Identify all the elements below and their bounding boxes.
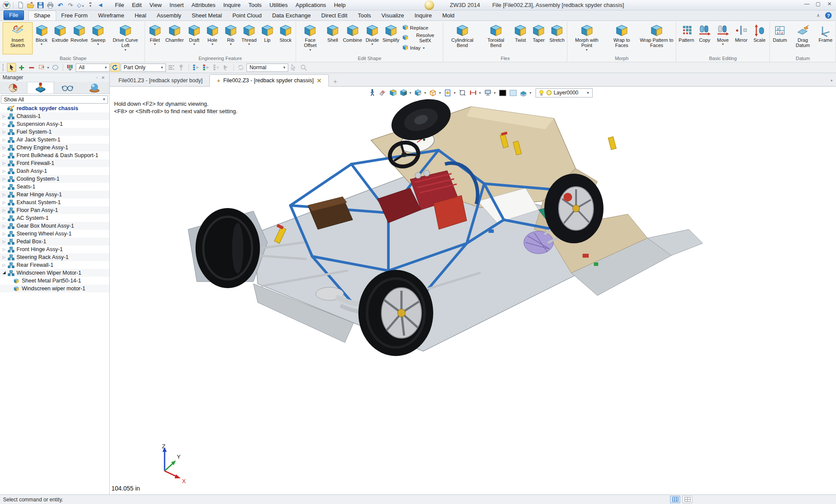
cylindrical-bend-button[interactable]: Cylindrical Bend (444, 22, 480, 54)
new-file-icon[interactable] (16, 1, 25, 9)
toroidal-bend-button[interactable]: Toroidal Bend (480, 22, 511, 54)
tree-item[interactable]: ▷ Air Jack System-1 (0, 136, 109, 144)
expand-icon[interactable]: ▷ (1, 130, 7, 134)
window-select-icon[interactable] (37, 63, 46, 72)
ribbon-tab-point-cloud[interactable]: Point Cloud (227, 11, 267, 20)
draft-button[interactable]: Draft ▼ (185, 22, 203, 54)
ribbon-tab-direct-edit[interactable]: Direct Edit (316, 11, 353, 20)
move-button[interactable]: Move ▼ (714, 22, 732, 54)
help-icon[interactable]: ? (825, 12, 832, 19)
expand-icon[interactable]: ▷ (1, 239, 7, 244)
scale-button[interactable]: Scale (750, 22, 769, 54)
maximize-button[interactable]: ▢ (815, 1, 821, 7)
menu-inquire[interactable]: Inquire (219, 0, 245, 10)
expand-icon[interactable]: ▷ (1, 200, 7, 205)
view-selector-icon[interactable]: ◇ ▾ (76, 1, 85, 9)
ribbon-tab-mold[interactable]: Mold (437, 11, 460, 20)
tree-item[interactable]: ▷ Gear Box Mount Assy-1 (0, 222, 109, 230)
back-icon[interactable]: ◀ (96, 1, 105, 9)
tree-child-item[interactable]: Windscreen wiper motor-1 (0, 285, 109, 292)
hole-button[interactable]: Hole ▼ (203, 22, 222, 54)
morph-with-point-button[interactable]: Morph with Point ▼ (568, 22, 605, 54)
visual-manager-tab[interactable] (54, 82, 81, 94)
collapse-icon[interactable] (3, 271, 6, 274)
pick-pin-icon[interactable] (177, 63, 186, 72)
minimize-button[interactable]: — (804, 1, 810, 7)
pattern-button[interactable]: Pattern (677, 22, 695, 54)
ribbon-tab-wireframe[interactable]: Wireframe (93, 11, 129, 20)
tree-item[interactable]: ▷ Front Hinge Assy-1 (0, 245, 109, 253)
document-tab-1[interactable]: File001.Z3 - [redback spyder body] (111, 75, 209, 86)
select-arrow-icon[interactable] (7, 63, 16, 72)
stock-button[interactable]: Stock (276, 22, 295, 54)
tree-item[interactable]: ▷ Exhaust System-1 (0, 198, 109, 206)
tree-item[interactable]: ▷ Chevy Engine Assy-1 (0, 144, 109, 151)
render-cube-icon[interactable] (414, 88, 423, 97)
ribbon-tab-inquire[interactable]: Inquire (409, 11, 437, 20)
filter-color-icon[interactable] (202, 63, 211, 72)
menu-edit[interactable]: Edit (128, 0, 145, 10)
inlay-button[interactable]: Inlay ▼ (402, 44, 441, 51)
ribbon-tab-sheet-metal[interactable]: Sheet Metal (186, 11, 227, 20)
locate-icon[interactable] (299, 63, 308, 72)
filter-type-combo[interactable]: All ▼ (76, 64, 110, 72)
resolve-selfx-button[interactable]: Resolve SelfX (402, 33, 441, 43)
print-icon[interactable] (46, 1, 55, 9)
wrap-pattern-to-faces-button[interactable]: Wrap Pattern to Faces (638, 22, 675, 54)
tree-item[interactable]: ▷ Rear Firewall-1 (0, 261, 109, 269)
display-cube-icon[interactable] (399, 88, 408, 97)
viewport-canvas[interactable]: Hold down <F2> for dynamic viewing. <F8>… (110, 99, 836, 494)
revolve-button[interactable]: Revolve (70, 22, 89, 54)
expand-icon[interactable]: ▷ (1, 169, 7, 173)
replace-button[interactable]: Replace (402, 24, 441, 31)
document-tab-2[interactable]: +File002.Z3 - [redback spyder chassis]✕ (209, 74, 329, 87)
menu-file[interactable]: File (111, 0, 128, 10)
expand-icon[interactable]: ▷ (1, 177, 7, 181)
cursor-pick-icon[interactable] (289, 63, 298, 72)
expand-icon[interactable]: ▷ (1, 216, 7, 220)
save-icon[interactable] (36, 1, 45, 9)
filter-stack-icon[interactable] (212, 63, 221, 72)
divide-button[interactable]: Divide ▼ (363, 22, 381, 54)
eraser-icon[interactable] (378, 88, 387, 97)
simplify-button[interactable]: Simplify (381, 22, 401, 54)
animate-icon[interactable] (367, 88, 377, 97)
ribbon-tab-assembly[interactable]: Assembly (152, 11, 186, 20)
block-button[interactable]: Block ▼ (33, 22, 51, 54)
add-selection-icon[interactable] (17, 63, 26, 72)
viewport-3d-model[interactable] (110, 99, 834, 494)
expand-icon[interactable]: ▷ (1, 247, 7, 252)
open-file-icon[interactable] (26, 1, 35, 9)
extrude-button[interactable]: Extrude (51, 22, 70, 54)
ribbon-tab-heal[interactable]: Heal (129, 11, 152, 20)
dock-icon[interactable]: ▫ (94, 75, 100, 80)
drag-datum-button[interactable]: Drag Datum (789, 22, 816, 54)
expand-icon[interactable]: ▷ (1, 114, 7, 118)
stretch-button[interactable]: Stretch (548, 22, 566, 54)
expand-icon[interactable]: ▷ (1, 255, 7, 259)
expand-icon[interactable]: ▷ (1, 145, 7, 150)
tree-item[interactable]: ▷ Fuel System-1 (0, 128, 109, 136)
menu-utilities[interactable]: Utilities (266, 0, 292, 10)
wireframe-cube-icon[interactable] (428, 88, 438, 97)
tree-item[interactable]: ▷ Seats-1 (0, 183, 109, 191)
twist-button[interactable]: Twist (511, 22, 529, 54)
zoom-window-icon[interactable] (458, 88, 467, 97)
history-tab[interactable] (0, 82, 27, 94)
show-all-combo[interactable]: Show All ▼ (1, 95, 108, 104)
ribbon-tab-free-form[interactable]: Free Form (56, 11, 93, 20)
expand-icon[interactable]: ▷ (1, 185, 7, 189)
measure-width-icon[interactable] (469, 88, 478, 97)
tree-item[interactable]: ▷ Front Firewall-1 (0, 159, 109, 167)
chamfer-button[interactable]: Chamfer (164, 22, 185, 54)
tree-item[interactable]: ▷ Pedal Box-1 (0, 238, 109, 245)
wrap-to-faces-button[interactable]: Wrap to Faces (605, 22, 638, 54)
remove-selection-icon[interactable] (27, 63, 36, 72)
ribbon-tab-tools[interactable]: Tools (353, 11, 376, 20)
menu-view[interactable]: View (145, 0, 165, 10)
lightblue-color-swatch[interactable] (509, 88, 518, 97)
filter-icon[interactable] (66, 63, 75, 72)
tree-item[interactable]: Windscreen Wiper Motor-1 (0, 269, 109, 277)
shade-cube-icon[interactable] (388, 88, 398, 97)
fillet-button[interactable]: Fillet ▼ (146, 22, 164, 54)
